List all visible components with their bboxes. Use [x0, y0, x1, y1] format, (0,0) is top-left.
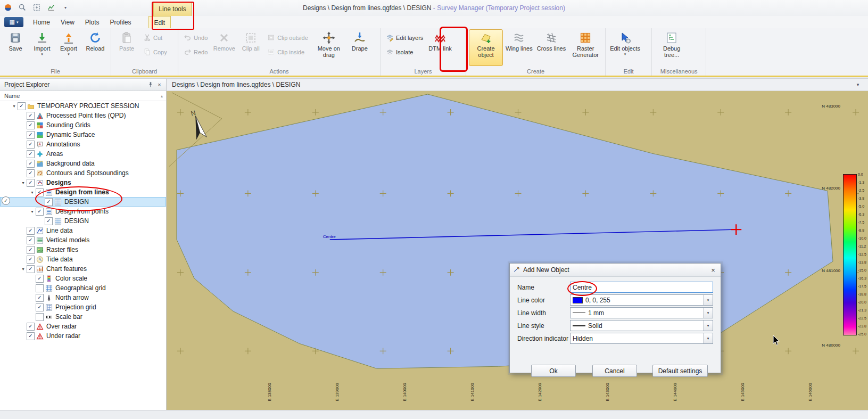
tree-checkbox[interactable] [36, 313, 44, 321]
tree-item-chart-features-17[interactable]: ▾✓Chart features [0, 264, 166, 274]
move-on-drag-button[interactable]: Move on drag [312, 29, 346, 66]
tree-checkbox[interactable]: ✓ [27, 160, 35, 168]
tree-item-design-from-lines-9[interactable]: ▾✓Design from lines [0, 187, 166, 197]
expand-arrow-icon[interactable]: ▾ [20, 180, 27, 185]
magnifier-icon[interactable] [18, 3, 27, 12]
drape-button[interactable]: Drape [347, 29, 373, 66]
map-tab-label[interactable]: Designs \ Design from lines.qgfdes \ DES… [172, 81, 300, 88]
tree-checkbox[interactable]: ✓ [27, 141, 35, 149]
edit-objects-button[interactable]: Edit objects▾ [608, 29, 642, 66]
tree-checkbox[interactable]: ✓ [27, 256, 35, 264]
tree-checkbox[interactable]: ✓ [27, 323, 35, 331]
line-color-select[interactable]: 0, 0, 255▾ [570, 294, 713, 306]
tree-checkbox[interactable]: ✓ [27, 150, 35, 158]
tree-item-background-data-6[interactable]: ✓Background data [0, 159, 166, 168]
tab-view[interactable]: View [55, 16, 80, 28]
tree-checkbox[interactable]: ✓ [36, 208, 44, 216]
expand-arrow-icon[interactable]: ▾ [29, 190, 36, 195]
dialog-close-icon[interactable]: × [709, 266, 717, 274]
tree-item-over-radar-23[interactable]: ✓Over radar [0, 322, 166, 331]
tree-checkbox[interactable]: ✓ [27, 246, 35, 254]
name-input[interactable]: Centre [570, 282, 713, 293]
tree-column-header[interactable]: Name ▴ [0, 91, 166, 101]
tab-list-caret-icon[interactable]: ▾ [853, 82, 863, 87]
fit-view-icon[interactable] [32, 3, 42, 12]
tree-item-annotations-4[interactable]: ✓AAnnotations [0, 139, 166, 149]
tree-checkbox[interactable]: ✓ [27, 169, 35, 177]
tree-checkbox[interactable]: ✓ [36, 188, 44, 196]
tree-checkbox[interactable]: ✓ [45, 198, 53, 206]
paste-button[interactable]: Paste [114, 29, 139, 66]
tree-item-scale-bar-22[interactable]: Scale bar [0, 312, 166, 322]
remove-button[interactable]: Remove [211, 29, 237, 66]
tree-checkbox[interactable]: ✓ [27, 332, 35, 340]
tree-checkbox[interactable]: ✓ [27, 265, 35, 273]
undo-button[interactable]: Undo [182, 33, 209, 42]
save-button[interactable]: Save [3, 29, 28, 66]
tab-profiles[interactable]: Profiles [105, 16, 137, 28]
tree-checkbox[interactable]: ✓ [27, 121, 35, 129]
tree-item-geographical-grid-19[interactable]: Geographical grid [0, 283, 166, 293]
tree-checkbox[interactable]: ✓ [27, 179, 35, 187]
import-button[interactable]: Import▾ [29, 29, 55, 66]
clip-all-button[interactable]: Clip all [238, 29, 263, 66]
expand-arrow-icon[interactable]: ▾ [20, 267, 27, 272]
tree-item-temporary-project-session-0[interactable]: ▾✓TEMPORARY PROJECT SESSION [0, 101, 166, 111]
tree-item-design-from-points-11[interactable]: ▾✓Design from points [0, 207, 166, 216]
tree-item-under-radar-24[interactable]: ✓Under radar [0, 331, 166, 341]
tree-item-contours-and-spotsoundings-7[interactable]: ✓Contours and Spotsoundings [0, 168, 166, 178]
redo-button[interactable]: Redo [182, 47, 209, 56]
close-icon[interactable]: × [155, 80, 164, 89]
dtm-link-button[interactable]: DTM link [427, 29, 453, 66]
tree-item-design-12[interactable]: ✓DESIGN [0, 216, 166, 226]
tree-checkbox[interactable]: ✓ [27, 112, 35, 120]
isolate-button[interactable]: Isolate [384, 47, 425, 56]
tree-item-designs-8[interactable]: ▾✓Designs [0, 178, 166, 187]
app-logo-icon[interactable] [3, 3, 13, 12]
caret-down-icon[interactable]: ▾ [703, 333, 713, 343]
tree-item-projection-grid-21[interactable]: ✓Projection grid [0, 302, 166, 312]
line-style-select[interactable]: Solid▾ [570, 320, 713, 331]
caret-down-icon[interactable]: ▾ [703, 308, 713, 318]
tree-item-design-10[interactable]: ✓DESIGN [0, 197, 166, 207]
tree-checkbox[interactable]: ✓ [27, 131, 35, 139]
tree-item-tide-data-16[interactable]: ✓Tide data [0, 254, 166, 264]
tree-item-dynamic-surface-3[interactable]: ✓Dynamic Surface [0, 130, 166, 139]
copy-button[interactable]: Copy [142, 47, 169, 56]
direction-indicator-select[interactable]: Hidden▾ [570, 333, 713, 344]
tree-checkbox[interactable]: ✓ [27, 236, 35, 244]
default-settings-button[interactable]: Default settings [652, 365, 708, 377]
debug-tree-button[interactable]: Debug tree... [655, 29, 689, 66]
chart-icon[interactable] [46, 3, 56, 12]
export-button[interactable]: Export▾ [56, 29, 81, 66]
create-object-button[interactable]: Create object [469, 29, 503, 66]
caret-down-icon[interactable]: ▾ [703, 321, 713, 331]
tree-checkbox[interactable]: ✓ [45, 217, 53, 225]
dialog-title-bar[interactable]: Add New Object × [510, 264, 721, 277]
tree-item-vertical-models-14[interactable]: ✓Vertical models [0, 235, 166, 245]
pin-icon[interactable] [146, 80, 155, 89]
caret-down-icon[interactable]: ▾ [61, 3, 70, 12]
tree-checkbox[interactable]: ✓ [36, 275, 44, 283]
clip-outside-button[interactable]: Clip outside [266, 33, 309, 42]
cross-lines-button[interactable]: Cross lines [535, 29, 567, 66]
tree-checkbox[interactable]: ✓ [36, 294, 44, 302]
contextual-tab-group-line-tools[interactable]: Line tools [153, 2, 192, 17]
tree-checkbox[interactable]: ✓ [18, 102, 26, 110]
expand-arrow-icon[interactable]: ▾ [29, 209, 36, 214]
application-menu-button[interactable]: ▦▾ [4, 17, 23, 27]
tab-home[interactable]: Home [28, 16, 55, 28]
expand-arrow-icon[interactable]: ▾ [11, 104, 18, 109]
raster-generator-button[interactable]: Raster Generator [568, 29, 602, 66]
tree-item-north-arrow-20[interactable]: ✓North arrow [0, 293, 166, 302]
tree-item-line-data-13[interactable]: ✓Line data [0, 226, 166, 235]
cancel-button[interactable]: Cancel [592, 365, 637, 377]
line-width-select[interactable]: 1 mm▾ [570, 307, 713, 318]
tree-checkbox[interactable]: ✓ [36, 303, 44, 311]
caret-down-icon[interactable]: ▾ [703, 295, 713, 305]
tree-item-sounding-grids-2[interactable]: ✓Sounding Grids [0, 120, 166, 130]
edit-layers-button[interactable]: Edit layers [384, 33, 425, 42]
tree-item-processed-point-files-qpd-1[interactable]: ✓Processed Point files (QPD) [0, 111, 166, 120]
ok-button[interactable]: Ok [531, 365, 576, 377]
tree-item-raster-files-15[interactable]: ✓Raster files [0, 245, 166, 254]
